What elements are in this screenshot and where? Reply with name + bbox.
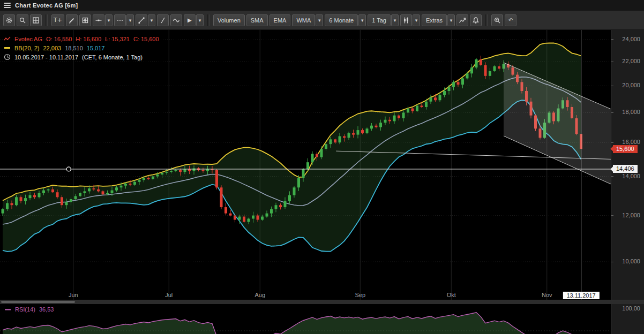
ohlc-low: L: 15,321 <box>105 36 130 42</box>
text-tool-button[interactable]: T+ <box>51 14 64 26</box>
wma-button-caret[interactable]: ▾ <box>316 14 323 26</box>
wave-tool-button[interactable] <box>170 14 182 26</box>
bollinger-middle-value: 18,510 <box>65 45 83 51</box>
toolbar-separator <box>207 14 209 26</box>
interval-button[interactable]: 1 Tag <box>368 14 391 26</box>
price-tick-label: 16,000 <box>622 139 640 145</box>
instrument-legend-row: Evotec AG O: 16,550 H: 16,600 L: 15,321 … <box>4 34 159 43</box>
chart-icon <box>459 17 466 24</box>
ohlc-close: C: 15,600 <box>133 36 159 42</box>
month-label-jul: Jul <box>165 292 173 298</box>
zoom-in-button[interactable] <box>491 14 503 26</box>
rsi-label: RSI(14) <box>15 306 35 313</box>
bollinger-lower-value: 15,017 <box>87 45 105 51</box>
magnifier-plus-icon <box>493 17 501 24</box>
pencil-icon <box>68 17 76 24</box>
price-tick-mark <box>611 142 613 143</box>
chart-style-button-caret[interactable]: ▾ <box>413 14 420 26</box>
date-range: 10.05.2017 - 10.11.2017 <box>14 54 78 60</box>
trend-tool-button[interactable] <box>136 14 147 26</box>
hline-tool-button[interactable] <box>93 14 104 26</box>
hline-handle[interactable] <box>66 167 71 171</box>
month-label-sep: Sep <box>355 292 365 298</box>
period-params: (CET, 6 Monate, 1 Tag) <box>82 54 143 60</box>
timespan-button[interactable]: 6 Monate <box>325 14 358 26</box>
settings-button[interactable] <box>3 14 15 26</box>
rsi-axis[interactable]: 100,00 <box>611 304 644 334</box>
last-price-badge: 15,600 <box>613 145 638 153</box>
chart-style-button[interactable] <box>400 14 412 26</box>
price-chart[interactable]: Evotec AG O: 16,550 H: 16,600 L: 15,321 … <box>0 30 611 300</box>
price-tick-mark <box>611 262 613 262</box>
crosshair-date-badge: 13.11.2017 <box>563 292 599 299</box>
wave-icon <box>173 17 180 24</box>
volumen-button[interactable]: Volumen <box>213 14 245 26</box>
channel-tool-button[interactable] <box>157 14 169 26</box>
indicator-button[interactable] <box>456 14 468 26</box>
interval-button-caret[interactable]: ▾ <box>391 14 399 26</box>
toolbar: T+▾▾▾▶▾VolumenSMAEMAWMA▾6 Monate▾1 Tag▾▾… <box>0 11 644 30</box>
trading-chart-window: Chart Evotec AG [6m] T+▾▾▾▶▾VolumenSMAEM… <box>0 0 644 334</box>
layout-button[interactable] <box>30 14 42 26</box>
draw-line-tool-button[interactable] <box>66 14 78 26</box>
trend-tool-button-caret[interactable]: ▾ <box>148 14 155 26</box>
extras-button[interactable]: Extras <box>422 14 447 26</box>
dots-icon <box>116 17 124 24</box>
extras-button-caret[interactable]: ▾ <box>447 14 455 26</box>
price-axis[interactable]: 24,00022,00020,00018,00016,00014,00012,0… <box>611 30 644 300</box>
clock-icon <box>4 54 11 60</box>
magnifier-icon <box>19 17 26 24</box>
price-tick-mark <box>611 176 613 177</box>
slash-icon <box>159 17 167 24</box>
alert-button[interactable] <box>470 14 482 26</box>
rsi-axis-top-label: 100,00 <box>622 305 640 312</box>
price-tick-label: 14,000 <box>622 173 640 179</box>
rsi-value: 36,53 <box>39 306 54 313</box>
rsi-legend: RSI(14) 36,53 <box>4 306 54 313</box>
rsi-chart-canvas[interactable] <box>0 304 611 334</box>
toolbar-separator <box>485 14 488 26</box>
rsi-panel[interactable]: RSI(14) 36,53 <box>0 304 611 334</box>
diag-icon <box>138 17 145 24</box>
hline-tool-button-caret[interactable]: ▾ <box>105 14 113 26</box>
play-tool-button[interactable]: ▶ <box>184 14 196 26</box>
timespan-button-caret[interactable]: ▾ <box>358 14 366 26</box>
gear-icon <box>5 17 13 24</box>
wma-button[interactable]: WMA <box>292 14 315 26</box>
price-tick-mark <box>611 62 613 62</box>
bollinger-label: BB(20, 2) <box>14 45 39 51</box>
price-tick-mark <box>611 39 613 40</box>
price-tick-mark <box>611 86 613 86</box>
price-tick-label: 18,000 <box>622 109 640 115</box>
price-tick-label: 10,000 <box>622 258 640 264</box>
sma-button[interactable]: SMA <box>246 14 268 26</box>
price-tick-label: 22,000 <box>622 58 640 64</box>
frame-icon <box>81 17 89 24</box>
crosshair-price-badge: 14,406 <box>613 165 638 173</box>
bollinger-legend-row: BB(20, 2) 22,003 18,510 15,017 <box>4 43 159 52</box>
undo-button[interactable]: ↶ <box>505 14 516 26</box>
instrument-line-icon <box>4 36 11 41</box>
toolbar-separator <box>46 14 48 26</box>
menu-icon[interactable] <box>4 3 11 8</box>
candles-icon <box>402 17 410 24</box>
price-tick-label: 12,000 <box>622 212 640 218</box>
bollinger-upper-value: 22,003 <box>43 45 61 51</box>
rsi-swatch-icon <box>4 307 11 312</box>
play-tool-button-caret[interactable]: ▾ <box>196 14 204 26</box>
bollinger-swatch-icon <box>4 45 11 50</box>
price-tick-mark <box>611 112 613 113</box>
rsi-wrap: RSI(14) 36,53 100,00 <box>0 304 644 334</box>
candlestick-chart-canvas[interactable] <box>0 30 611 300</box>
chart-scrollbar[interactable] <box>1 301 75 303</box>
chart-legend: Evotec AG O: 16,550 H: 16,600 L: 15,321 … <box>4 34 159 62</box>
panel-divider[interactable] <box>0 300 644 304</box>
grid-tool-button[interactable] <box>79 14 91 26</box>
retracement-tool-button[interactable] <box>114 14 126 26</box>
bell-icon <box>472 17 480 24</box>
period-legend-row: 10.05.2017 - 10.11.2017 (CET, 6 Monate, … <box>4 52 159 62</box>
zoom-mode-button[interactable] <box>17 14 28 26</box>
retracement-tool-button-caret[interactable]: ▾ <box>126 14 134 26</box>
price-tick-label: 20,000 <box>622 82 640 88</box>
ema-button[interactable]: EMA <box>269 14 291 26</box>
